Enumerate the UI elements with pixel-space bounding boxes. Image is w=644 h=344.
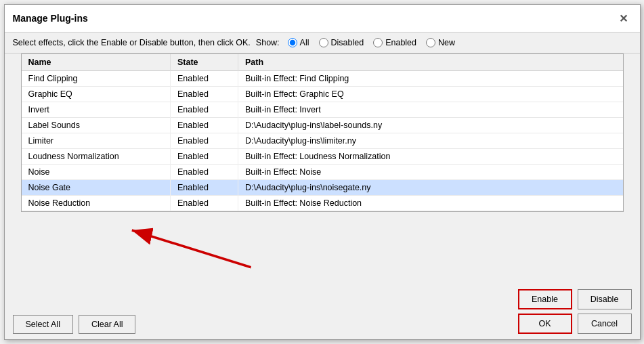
instruction-text: Select effects, click the Enable or Disa… <box>13 38 251 47</box>
cell-path: Built-in Effect: Invert <box>238 102 623 118</box>
radio-all[interactable]: All <box>288 38 309 47</box>
cell-name: Noise <box>22 165 171 180</box>
table-row[interactable]: Graphic EQEnabledBuilt-in Effect: Graphi… <box>22 87 623 102</box>
toolbar: Select effects, click the Enable or Disa… <box>5 33 640 53</box>
cell-name: Graphic EQ <box>22 87 171 102</box>
cell-name: Label Sounds <box>22 118 171 133</box>
footer-left: Select All Clear All <box>13 315 136 334</box>
cell-state: Enabled <box>171 133 238 149</box>
plugin-table: Name State Path Find ClippingEnabledBuil… <box>22 54 623 211</box>
cell-name: Invert <box>22 102 171 118</box>
cell-state: Enabled <box>171 71 238 87</box>
close-button[interactable]: ✕ <box>616 10 632 26</box>
radio-new[interactable]: New <box>426 38 455 47</box>
cell-path: Built-in Effect: Graphic EQ <box>238 87 623 102</box>
footer-row-1: Enable Disable <box>518 289 632 309</box>
show-radio-group: All Disabled Enabled New <box>288 38 455 47</box>
cancel-button[interactable]: Cancel <box>578 314 632 334</box>
cell-name: Loudness Normalization <box>22 149 171 165</box>
col-path: Path <box>238 54 623 71</box>
manage-plugins-dialog: Manage Plug-ins ✕ Select effects, click … <box>4 4 641 340</box>
cell-path: D:\Audacity\plug-ins\limiter.ny <box>238 133 623 149</box>
table-row[interactable]: LimiterEnabledD:\Audacity\plug-ins\limit… <box>22 133 623 149</box>
cell-state: Enabled <box>171 165 238 180</box>
plugin-table-container[interactable]: Name State Path Find ClippingEnabledBuil… <box>21 53 624 212</box>
table-row[interactable]: Label SoundsEnabledD:\Audacity\plug-ins\… <box>22 118 623 133</box>
table-row[interactable]: Loudness NormalizationEnabledBuilt-in Ef… <box>22 149 623 165</box>
table-row[interactable]: Find ClippingEnabledBuilt-in Effect: Fin… <box>22 71 623 87</box>
cell-state: Enabled <box>171 196 238 211</box>
cell-state: Enabled <box>171 180 238 196</box>
table-row[interactable]: Noise GateEnabledD:\Audacity\plug-ins\no… <box>22 180 623 196</box>
table-row[interactable]: Noise ReductionEnabledBuilt-in Effect: N… <box>22 196 623 211</box>
col-name: Name <box>22 54 171 71</box>
radio-enabled[interactable]: Enabled <box>373 38 416 47</box>
clear-all-button[interactable]: Clear All <box>79 315 136 334</box>
title-bar: Manage Plug-ins ✕ <box>5 5 640 33</box>
cell-name: Find Clipping <box>22 71 171 87</box>
footer-row-2: OK Cancel <box>518 314 632 334</box>
dialog-title: Manage Plug-ins <box>13 13 88 24</box>
table-wrapper: Name State Path Find ClippingEnabledBuil… <box>13 53 632 284</box>
col-state: State <box>171 54 238 71</box>
cell-path: Built-in Effect: Loudness Normalization <box>238 149 623 165</box>
cell-state: Enabled <box>171 102 238 118</box>
cell-name: Noise Gate <box>22 180 171 196</box>
cell-state: Enabled <box>171 87 238 102</box>
footer: Select All Clear All Enable Disable OK C… <box>5 284 640 339</box>
show-label: Show: <box>256 38 280 47</box>
enable-button[interactable]: Enable <box>518 289 572 309</box>
cell-name: Noise Reduction <box>22 196 171 211</box>
svg-line-1 <box>131 230 251 267</box>
radio-disabled[interactable]: Disabled <box>319 38 364 47</box>
cell-path: Built-in Effect: Noise <box>238 165 623 180</box>
footer-right: Enable Disable OK Cancel <box>518 289 632 334</box>
table-row[interactable]: InvertEnabledBuilt-in Effect: Invert <box>22 102 623 118</box>
cell-path: D:\Audacity\plug-ins\label-sounds.ny <box>238 118 623 133</box>
ok-button[interactable]: OK <box>518 314 572 334</box>
cell-state: Enabled <box>171 118 238 133</box>
cell-path: D:\Audacity\plug-ins\noisegate.ny <box>238 180 623 196</box>
select-all-button[interactable]: Select All <box>13 315 73 334</box>
cell-state: Enabled <box>171 149 238 165</box>
disable-button[interactable]: Disable <box>578 289 632 309</box>
cell-path: Built-in Effect: Find Clipping <box>238 71 623 87</box>
cell-name: Limiter <box>22 133 171 149</box>
table-row[interactable]: NoiseEnabledBuilt-in Effect: Noise <box>22 165 623 180</box>
cell-path: Built-in Effect: Noise Reduction <box>238 196 623 211</box>
